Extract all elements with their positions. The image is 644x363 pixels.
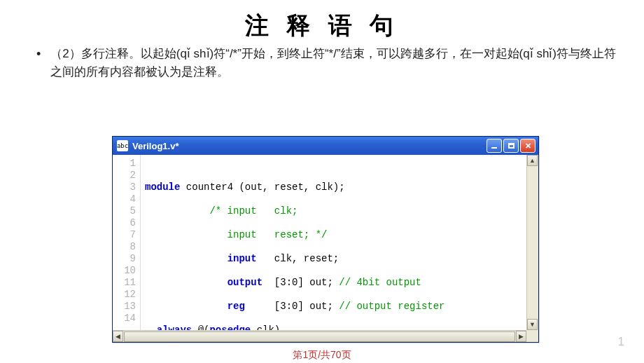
bullet-row: • （2）多行注释。以起始(qǐ shǐ)符“/*”开始，到终止符“*/”结束，… [0,42,644,81]
minimize-button[interactable] [486,139,502,153]
bullet-dot: • [36,45,41,64]
maximize-button[interactable] [503,139,519,153]
bullet-text: （2）多行注释。以起始(qǐ shǐ)符“/*”开始，到终止符“*/”结束，可以… [50,45,616,81]
close-button[interactable]: ✕ [520,139,536,153]
slide-title: 注 释 语 句 [0,0,644,42]
vertical-scrollbar[interactable]: ▲ ▼ [526,155,538,330]
scroll-left-icon[interactable]: ◀ [113,331,123,342]
hscroll-thumb[interactable] [124,331,515,342]
editor-window: abc Verilog1.v* ✕ 1 2 3 4 5 6 7 8 9 10 1… [112,136,539,343]
horizontal-scrollbar[interactable]: ◀ ▶ [113,330,526,342]
scroll-down-icon[interactable]: ▼ [527,319,538,330]
editor-body: 1 2 3 4 5 6 7 8 9 10 11 12 13 14 module … [113,155,538,330]
scroll-up-icon[interactable]: ▲ [527,155,538,166]
app-icon: abc [117,140,128,151]
window-titlebar: abc Verilog1.v* ✕ [113,137,538,155]
window-title: Verilog1.v* [132,141,178,151]
line-gutter: 1 2 3 4 5 6 7 8 9 10 11 12 13 14 [113,155,141,330]
footer-text: 第1页/共70页 [293,349,351,362]
scroll-right-icon[interactable]: ▶ [516,331,526,342]
page-number: 1 [618,335,624,349]
code-area[interactable]: module counter4 (out, reset, clk); /* in… [141,155,526,330]
scroll-corner [526,330,538,342]
